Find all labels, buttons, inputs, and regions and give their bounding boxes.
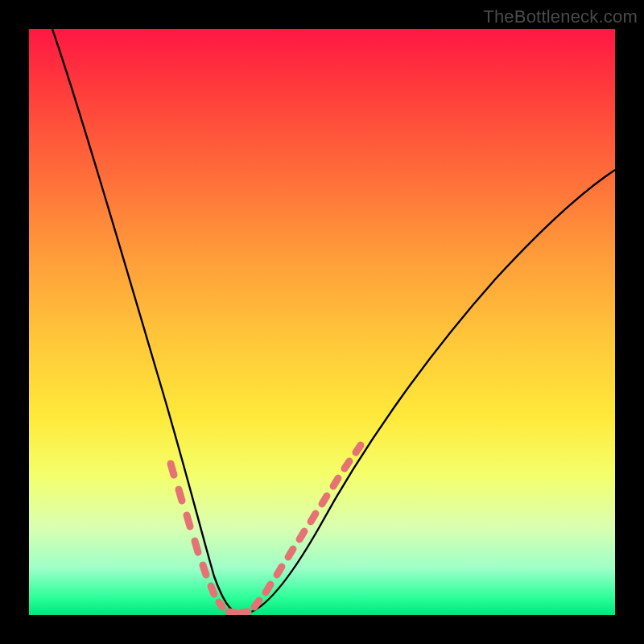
svg-line-16 bbox=[333, 478, 338, 486]
highlight-dots-right bbox=[254, 445, 361, 607]
svg-line-14 bbox=[311, 514, 316, 522]
svg-line-9 bbox=[254, 601, 259, 607]
svg-line-8 bbox=[242, 612, 248, 613]
svg-line-13 bbox=[299, 531, 304, 539]
chart-plot-area bbox=[29, 29, 615, 615]
svg-line-15 bbox=[322, 496, 327, 504]
svg-line-1 bbox=[179, 489, 182, 501]
svg-line-0 bbox=[171, 464, 174, 475]
svg-line-5 bbox=[211, 586, 214, 594]
svg-line-11 bbox=[277, 567, 282, 575]
watermark-text: TheBottleneck.com bbox=[483, 6, 638, 27]
svg-line-17 bbox=[345, 461, 349, 469]
bottleneck-curve bbox=[52, 29, 615, 613]
svg-line-10 bbox=[266, 584, 270, 592]
highlight-dots-bottom bbox=[229, 612, 248, 613]
highlight-dots-left bbox=[171, 464, 222, 607]
svg-line-12 bbox=[288, 549, 293, 557]
svg-line-18 bbox=[356, 445, 361, 452]
svg-line-6 bbox=[219, 602, 222, 607]
svg-line-7 bbox=[229, 612, 235, 613]
chart-overlay-svg bbox=[29, 29, 615, 615]
svg-line-3 bbox=[195, 541, 198, 552]
svg-line-4 bbox=[203, 565, 206, 575]
chart-frame: TheBottleneck.com bbox=[0, 0, 644, 644]
svg-line-2 bbox=[187, 515, 190, 526]
